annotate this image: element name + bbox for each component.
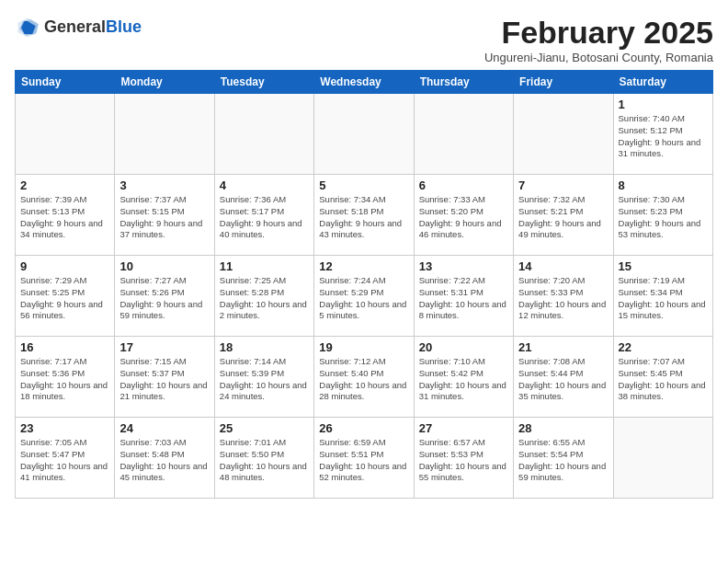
weekday-header-monday: Monday xyxy=(115,71,214,94)
day-info: Sunrise: 7:39 AM Sunset: 5:13 PM Dayligh… xyxy=(20,194,109,241)
calendar-day-cell: 14Sunrise: 7:20 AM Sunset: 5:33 PM Dayli… xyxy=(514,256,613,337)
day-info: Sunrise: 7:30 AM Sunset: 5:23 PM Dayligh… xyxy=(619,194,708,241)
logo-text: GeneralBlue xyxy=(44,18,142,37)
day-info: Sunrise: 7:32 AM Sunset: 5:21 PM Dayligh… xyxy=(518,194,608,241)
calendar-header: SundayMondayTuesdayWednesdayThursdayFrid… xyxy=(16,71,713,94)
calendar-day-cell: 17Sunrise: 7:15 AM Sunset: 5:37 PM Dayli… xyxy=(115,337,214,418)
calendar-day-cell: 24Sunrise: 7:03 AM Sunset: 5:48 PM Dayli… xyxy=(115,418,214,499)
calendar-day-cell: 18Sunrise: 7:14 AM Sunset: 5:39 PM Dayli… xyxy=(214,337,313,418)
calendar-day-cell: 6Sunrise: 7:33 AM Sunset: 5:20 PM Daylig… xyxy=(414,175,513,256)
calendar-day-cell: 22Sunrise: 7:07 AM Sunset: 5:45 PM Dayli… xyxy=(613,337,712,418)
calendar-day-cell: 10Sunrise: 7:27 AM Sunset: 5:26 PM Dayli… xyxy=(115,256,214,337)
day-info: Sunrise: 7:37 AM Sunset: 5:15 PM Dayligh… xyxy=(119,194,209,241)
weekday-header-thursday: Thursday xyxy=(414,71,513,94)
day-number: 7 xyxy=(518,178,608,192)
calendar-day-cell: 3Sunrise: 7:37 AM Sunset: 5:15 PM Daylig… xyxy=(115,175,214,256)
day-info: Sunrise: 7:34 AM Sunset: 5:18 PM Dayligh… xyxy=(319,194,408,241)
calendar-week-row: 23Sunrise: 7:05 AM Sunset: 5:47 PM Dayli… xyxy=(16,418,713,499)
calendar-day-cell: 15Sunrise: 7:19 AM Sunset: 5:34 PM Dayli… xyxy=(613,256,712,337)
day-info: Sunrise: 6:59 AM Sunset: 5:51 PM Dayligh… xyxy=(319,437,408,484)
calendar-week-row: 1Sunrise: 7:40 AM Sunset: 5:12 PM Daylig… xyxy=(16,94,713,175)
weekday-header-tuesday: Tuesday xyxy=(214,71,313,94)
day-number: 14 xyxy=(518,259,608,273)
weekday-header-row: SundayMondayTuesdayWednesdayThursdayFrid… xyxy=(16,71,713,94)
day-info: Sunrise: 7:08 AM Sunset: 5:44 PM Dayligh… xyxy=(518,356,608,403)
day-number: 2 xyxy=(20,178,109,192)
calendar-day-cell: 7Sunrise: 7:32 AM Sunset: 5:21 PM Daylig… xyxy=(514,175,613,256)
day-number: 11 xyxy=(220,259,309,273)
calendar-day-cell: 4Sunrise: 7:36 AM Sunset: 5:17 PM Daylig… xyxy=(214,175,313,256)
calendar-day-cell xyxy=(214,94,313,175)
day-number: 3 xyxy=(119,178,209,192)
logo: GeneralBlue xyxy=(15,15,142,40)
calendar-day-cell: 13Sunrise: 7:22 AM Sunset: 5:31 PM Dayli… xyxy=(414,256,513,337)
day-number: 15 xyxy=(619,259,708,273)
calendar-day-cell: 16Sunrise: 7:17 AM Sunset: 5:36 PM Dayli… xyxy=(16,337,115,418)
day-number: 22 xyxy=(619,340,708,354)
day-number: 4 xyxy=(220,178,309,192)
month-year-title: February 2025 xyxy=(484,15,713,51)
calendar-day-cell xyxy=(314,94,414,175)
day-number: 8 xyxy=(619,178,708,192)
day-info: Sunrise: 7:07 AM Sunset: 5:45 PM Dayligh… xyxy=(619,356,708,403)
day-number: 10 xyxy=(119,259,209,273)
day-number: 16 xyxy=(20,340,109,354)
day-number: 27 xyxy=(419,421,508,435)
day-info: Sunrise: 7:36 AM Sunset: 5:17 PM Dayligh… xyxy=(220,194,309,241)
day-number: 23 xyxy=(20,421,109,435)
calendar-day-cell: 2Sunrise: 7:39 AM Sunset: 5:13 PM Daylig… xyxy=(16,175,115,256)
day-info: Sunrise: 7:15 AM Sunset: 5:37 PM Dayligh… xyxy=(119,356,209,403)
day-number: 19 xyxy=(319,340,408,354)
day-number: 18 xyxy=(220,340,309,354)
day-info: Sunrise: 7:10 AM Sunset: 5:42 PM Dayligh… xyxy=(419,356,508,403)
day-info: Sunrise: 7:40 AM Sunset: 5:12 PM Dayligh… xyxy=(619,113,708,160)
calendar-week-row: 2Sunrise: 7:39 AM Sunset: 5:13 PM Daylig… xyxy=(16,175,713,256)
day-number: 5 xyxy=(319,178,408,192)
calendar-day-cell: 9Sunrise: 7:29 AM Sunset: 5:25 PM Daylig… xyxy=(16,256,115,337)
logo-blue-text: Blue xyxy=(106,17,142,36)
calendar-day-cell: 20Sunrise: 7:10 AM Sunset: 5:42 PM Dayli… xyxy=(414,337,513,418)
day-info: Sunrise: 7:20 AM Sunset: 5:33 PM Dayligh… xyxy=(518,275,608,322)
calendar-day-cell: 19Sunrise: 7:12 AM Sunset: 5:40 PM Dayli… xyxy=(314,337,414,418)
day-info: Sunrise: 7:29 AM Sunset: 5:25 PM Dayligh… xyxy=(20,275,109,322)
calendar-day-cell: 25Sunrise: 7:01 AM Sunset: 5:50 PM Dayli… xyxy=(214,418,313,499)
day-number: 12 xyxy=(319,259,408,273)
calendar-day-cell: 27Sunrise: 6:57 AM Sunset: 5:53 PM Dayli… xyxy=(414,418,513,499)
page-header: GeneralBlue February 2025 Ungureni-Jianu… xyxy=(15,15,713,64)
calendar-day-cell: 8Sunrise: 7:30 AM Sunset: 5:23 PM Daylig… xyxy=(613,175,712,256)
day-number: 24 xyxy=(119,421,209,435)
day-number: 25 xyxy=(220,421,309,435)
calendar-day-cell: 1Sunrise: 7:40 AM Sunset: 5:12 PM Daylig… xyxy=(613,94,712,175)
calendar-day-cell xyxy=(613,418,712,499)
calendar-day-cell xyxy=(414,94,513,175)
calendar-day-cell: 11Sunrise: 7:25 AM Sunset: 5:28 PM Dayli… xyxy=(214,256,313,337)
day-number: 21 xyxy=(518,340,608,354)
day-number: 26 xyxy=(319,421,408,435)
day-info: Sunrise: 6:57 AM Sunset: 5:53 PM Dayligh… xyxy=(419,437,508,484)
day-info: Sunrise: 7:19 AM Sunset: 5:34 PM Dayligh… xyxy=(619,275,708,322)
calendar-day-cell xyxy=(514,94,613,175)
location-subtitle: Ungureni-Jianu, Botosani County, Romania xyxy=(484,51,713,64)
calendar-day-cell: 23Sunrise: 7:05 AM Sunset: 5:47 PM Dayli… xyxy=(16,418,115,499)
day-info: Sunrise: 7:14 AM Sunset: 5:39 PM Dayligh… xyxy=(220,356,309,403)
weekday-header-sunday: Sunday xyxy=(16,71,115,94)
weekday-header-friday: Friday xyxy=(514,71,613,94)
day-info: Sunrise: 7:03 AM Sunset: 5:48 PM Dayligh… xyxy=(119,437,209,484)
calendar-body: 1Sunrise: 7:40 AM Sunset: 5:12 PM Daylig… xyxy=(16,94,713,499)
calendar-week-row: 9Sunrise: 7:29 AM Sunset: 5:25 PM Daylig… xyxy=(16,256,713,337)
calendar-day-cell: 28Sunrise: 6:55 AM Sunset: 5:54 PM Dayli… xyxy=(514,418,613,499)
day-info: Sunrise: 7:24 AM Sunset: 5:29 PM Dayligh… xyxy=(319,275,408,322)
day-info: Sunrise: 7:12 AM Sunset: 5:40 PM Dayligh… xyxy=(319,356,408,403)
logo-icon xyxy=(15,15,40,40)
day-number: 13 xyxy=(419,259,508,273)
weekday-header-saturday: Saturday xyxy=(613,71,712,94)
logo-general-text: General xyxy=(44,17,106,36)
day-info: Sunrise: 7:22 AM Sunset: 5:31 PM Dayligh… xyxy=(419,275,508,322)
calendar-day-cell: 12Sunrise: 7:24 AM Sunset: 5:29 PM Dayli… xyxy=(314,256,414,337)
day-number: 6 xyxy=(419,178,508,192)
day-info: Sunrise: 7:33 AM Sunset: 5:20 PM Dayligh… xyxy=(419,194,508,241)
calendar-day-cell: 21Sunrise: 7:08 AM Sunset: 5:44 PM Dayli… xyxy=(514,337,613,418)
day-info: Sunrise: 7:05 AM Sunset: 5:47 PM Dayligh… xyxy=(20,437,109,484)
calendar-day-cell: 26Sunrise: 6:59 AM Sunset: 5:51 PM Dayli… xyxy=(314,418,414,499)
day-info: Sunrise: 7:25 AM Sunset: 5:28 PM Dayligh… xyxy=(220,275,309,322)
